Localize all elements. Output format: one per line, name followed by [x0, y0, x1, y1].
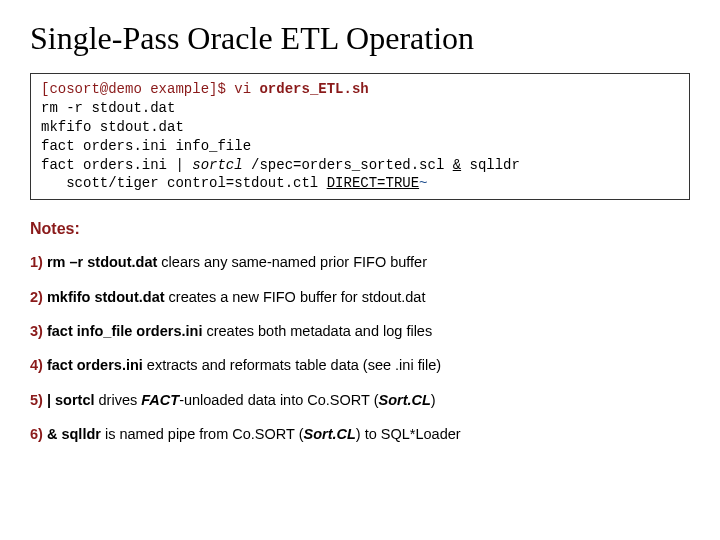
note-item: 3) fact info_file orders.ini creates bot… [30, 321, 690, 341]
code-line: scott/tiger control=stdout.ctl [41, 175, 327, 191]
note-ital: Sort.CL [379, 392, 431, 408]
note-number: 1) [30, 254, 43, 270]
note-item: 2) mkfifo stdout.dat creates a new FIFO … [30, 287, 690, 307]
note-desc: clears any same-named prior FIFO buffer [157, 254, 427, 270]
note-item: 1) rm –r stdout.dat clears any same-name… [30, 252, 690, 272]
note-item: 5) | sortcl drives FACT-unloaded data in… [30, 390, 690, 410]
note-desc: creates both metadata and log files [202, 323, 432, 339]
note-ital: FACT [141, 392, 179, 408]
note-keyword: mkfifo stdout.dat [47, 289, 165, 305]
tilde: ~ [419, 175, 427, 191]
note-keyword: | sortcl [47, 392, 95, 408]
note-desc: creates a new FIFO buffer for stdout.dat [165, 289, 426, 305]
note-number: 3) [30, 323, 43, 339]
code-block: [cosort@demo example]$ vi orders_ETL.sh … [30, 73, 690, 200]
note-desc: extracts and reformats table data (see .… [143, 357, 441, 373]
note-post: ) to SQL*Loader [356, 426, 461, 442]
note-number: 6) [30, 426, 43, 442]
code-amp: & [453, 157, 461, 173]
code-direct: DIRECT=TRUE [327, 175, 419, 191]
note-keyword: fact orders.ini [47, 357, 143, 373]
note-number: 2) [30, 289, 43, 305]
note-pre: drives [95, 392, 142, 408]
note-number: 4) [30, 357, 43, 373]
shell-prompt: [cosort@demo example]$ [41, 81, 226, 97]
code-line: sqlldr [461, 157, 520, 173]
notes-heading: Notes: [30, 220, 690, 238]
code-line: mkfifo stdout.dat [41, 119, 184, 135]
note-post: ) [431, 392, 436, 408]
note-keyword: rm –r stdout.dat [47, 254, 157, 270]
note-item: 4) fact orders.ini extracts and reformat… [30, 355, 690, 375]
code-line: fact orders.ini info_file [41, 138, 251, 154]
note-mid: -unloaded data into Co.SORT ( [179, 392, 378, 408]
code-line: /spec=orders_sorted.scl [243, 157, 453, 173]
code-line: rm -r stdout.dat [41, 100, 175, 116]
note-keyword: fact info_file orders.ini [47, 323, 203, 339]
note-item: 6) & sqlldr is named pipe from Co.SORT (… [30, 424, 690, 444]
note-ital: Sort.CL [303, 426, 355, 442]
note-keyword: & sqlldr [47, 426, 101, 442]
note-pre: is named pipe from Co.SORT ( [101, 426, 304, 442]
page-title: Single-Pass Oracle ETL Operation [30, 20, 690, 57]
script-filename: orders_ETL.sh [259, 81, 368, 97]
code-sortcl: sortcl [192, 157, 242, 173]
note-number: 5) [30, 392, 43, 408]
vi-cmd: vi [234, 81, 251, 97]
code-line: fact orders.ini | [41, 157, 192, 173]
